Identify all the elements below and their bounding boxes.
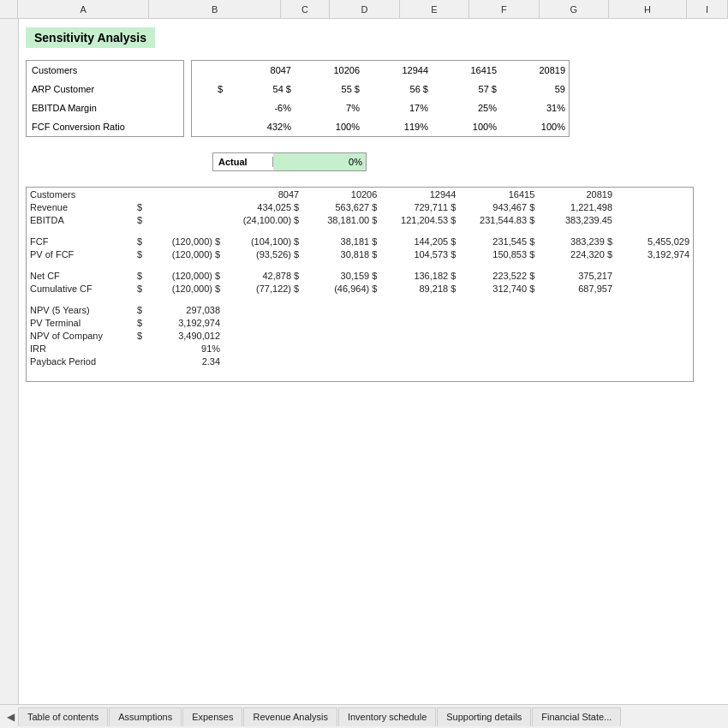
- table-row: Revenue $ 434,025 $ 563,627 $ 729,711 $ …: [27, 200, 693, 213]
- row-v5-ebitda: 383,239.45: [538, 213, 616, 226]
- top-e-v4: 25%: [432, 98, 500, 117]
- top-c-v2: 10206: [295, 61, 363, 80]
- spacer-row: [27, 367, 693, 381]
- top-a-v2: 55 $: [295, 80, 363, 98]
- top-c-v4: 16415: [432, 61, 500, 80]
- row-v1-netcf: 42,878 $: [224, 269, 302, 282]
- row-v3-fcf: 144,205 $: [380, 235, 459, 248]
- top-a-v1: 54 $: [226, 80, 295, 98]
- top-f-v4: 100%: [432, 117, 500, 136]
- row-v6-customers: [616, 188, 693, 200]
- row-v3-cumcf: 89,218 $: [380, 282, 459, 295]
- top-a-v4: 57 $: [432, 80, 500, 98]
- row-v1-pvfcf: (93,526) $: [224, 248, 302, 260]
- col-header-D: D: [330, 0, 399, 18]
- row-v5-revenue: 1,221,498: [538, 200, 616, 213]
- top-e-sym: [192, 98, 226, 117]
- row-sym-netcf: $: [134, 269, 146, 282]
- tab-table-of-contents[interactable]: Table of contents: [18, 707, 108, 726]
- actual-bar: 0%: [273, 153, 366, 170]
- row-v4-pvfcf: 150,853 $: [459, 248, 538, 260]
- top-f-v1: 432%: [226, 117, 295, 136]
- row-v6-fcf: 5,455,029: [616, 235, 693, 248]
- top-e-v5: 31%: [500, 98, 569, 117]
- tab-supporting-details[interactable]: Supporting details: [437, 707, 531, 726]
- top-f-v3: 119%: [363, 117, 432, 136]
- top-c-v1: 8047: [226, 61, 295, 80]
- table-row: EBITDA $ (24,100.00) $ 38,181.00 $ 121,2…: [27, 213, 693, 226]
- row-label-netcf: Net CF: [27, 269, 134, 282]
- spacer-row: [27, 226, 693, 235]
- tab-assumptions[interactable]: Assumptions: [109, 707, 182, 726]
- tab-inventory-schedule[interactable]: Inventory schedule: [338, 707, 436, 726]
- row-v0-payback: 2.34: [146, 355, 224, 367]
- actual-percent: 0%: [343, 157, 366, 167]
- top-a-sym: $: [192, 80, 226, 98]
- top-c-v5: 20819: [500, 61, 569, 80]
- row-label-payback: Payback Period: [27, 355, 134, 367]
- row-v4-customers: 16415: [459, 188, 538, 200]
- col-header-A: A: [18, 0, 149, 18]
- row-v6-netcf: [616, 269, 693, 282]
- row-v5-netcf: 375,217: [538, 269, 616, 282]
- actual-label: Actual: [213, 157, 273, 167]
- tab-expenses[interactable]: Expenses: [182, 707, 242, 726]
- page-title: Sensitivity Analysis: [26, 27, 155, 48]
- main-content: Sensitivity Analysis Customers ARP Custo…: [0, 19, 728, 704]
- row-v0-netcf: (120,000) $: [146, 269, 224, 282]
- table-row: Payback Period 2.34: [27, 355, 693, 367]
- tab-bar: ◀ Table of contents Assumptions Expenses…: [0, 704, 728, 728]
- table-row: PV Terminal $ 3,192,974: [27, 316, 693, 329]
- row-v2-netcf: 30,159 $: [302, 269, 380, 282]
- row-label-pvterm: PV Terminal: [27, 316, 134, 329]
- row-sym-customers: [134, 188, 146, 200]
- top-e-v3: 17%: [363, 98, 432, 117]
- row-v0-npv5: 297,038: [146, 303, 224, 316]
- table-row: Cumulative CF $ (120,000) $ (77,122) $ (…: [27, 282, 693, 295]
- row-v0-fcf: (120,000) $: [146, 235, 224, 248]
- row-v5-pvfcf: 224,320 $: [538, 248, 616, 260]
- row-sym-payback: [134, 355, 146, 367]
- row-v5-fcf: 383,239 $: [538, 235, 616, 248]
- row-label-npvco: NPV of Company: [27, 329, 134, 342]
- table-row: FCF $ (120,000) $ (104,100) $ 38,181 $ 1…: [27, 235, 693, 248]
- row-v2-cumcf: (46,964) $: [302, 282, 380, 295]
- row-label-ebitda: EBITDA: [27, 213, 134, 226]
- top-a-v5: 59: [500, 80, 569, 98]
- tab-financial-state[interactable]: Financial State...: [532, 707, 621, 726]
- actual-slider-box[interactable]: Actual 0%: [212, 152, 367, 171]
- row-v0-customers: [146, 188, 224, 200]
- row-sym-revenue: $: [134, 200, 146, 213]
- col-header-H: H: [609, 0, 687, 18]
- row-v1-revenue: 434,025 $: [224, 200, 302, 213]
- table-row: Customers 8047 10206 12944 16415 20819: [27, 188, 693, 200]
- row-v3-ebitda: 121,204.53 $: [380, 213, 459, 226]
- row-sym-npv5: $: [134, 303, 146, 316]
- row-v0-irr: 91%: [146, 342, 224, 355]
- row-v4-ebitda: 231,544.83 $: [459, 213, 538, 226]
- row-v3-customers: 12944: [380, 188, 459, 200]
- spacer-row: [27, 260, 693, 269]
- main-analysis-table: Customers 8047 10206 12944 16415 20819 R…: [26, 187, 694, 382]
- row-v6-pvfcf: 3,192,974: [616, 248, 693, 260]
- row-v2-ebitda: 38,181.00 $: [302, 213, 380, 226]
- row-v3-revenue: 729,711 $: [380, 200, 459, 213]
- col-header-F: F: [469, 0, 539, 18]
- top-sensitivity-table: Customers ARP Customer EBITDA Margin FCF…: [26, 60, 721, 137]
- row-v0-pvterm: 3,192,974: [146, 316, 224, 329]
- top-f-sym: [192, 117, 226, 136]
- table-row: Net CF $ (120,000) $ 42,878 $ 30,159 $ 1…: [27, 269, 693, 282]
- label-arp: ARP Customer: [27, 80, 183, 98]
- row-v0-cumcf: (120,000) $: [146, 282, 224, 295]
- top-e-v2: 7%: [295, 98, 363, 117]
- row-v4-fcf: 231,545 $: [459, 235, 538, 248]
- tab-revenue-analysis[interactable]: Revenue Analysis: [243, 707, 337, 726]
- row-label-pvfcf: PV of FCF: [27, 248, 134, 260]
- row-v4-revenue: 943,467 $: [459, 200, 538, 213]
- row-sym-fcf: $: [134, 235, 146, 248]
- top-c-sym-1: [192, 61, 226, 80]
- label-customers: Customers: [27, 61, 183, 80]
- tab-scroll-left[interactable]: ◀: [3, 711, 18, 723]
- row-label-fcf: FCF: [27, 235, 134, 248]
- row-v6-ebitda: [616, 213, 693, 226]
